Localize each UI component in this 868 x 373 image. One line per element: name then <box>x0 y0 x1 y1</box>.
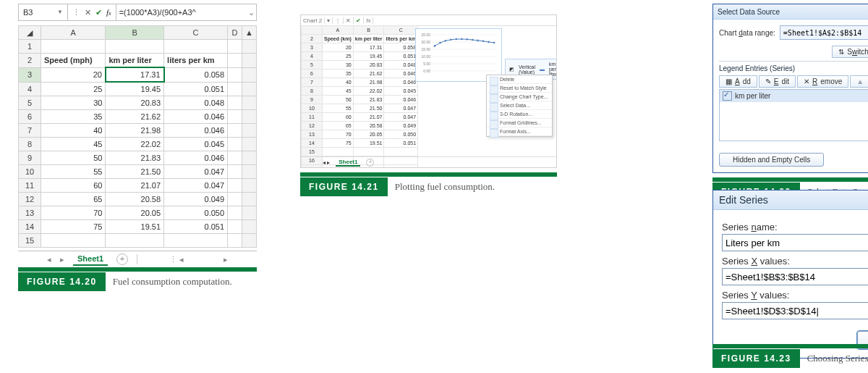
row-header[interactable]: 4 <box>19 82 41 96</box>
row-header[interactable]: 13 <box>19 206 41 220</box>
row-header[interactable]: 11 <box>19 179 41 193</box>
row-header[interactable]: 5 <box>19 96 41 110</box>
menu-item[interactable]: Reset to Match Style <box>487 84 552 93</box>
row-header[interactable]: 14 <box>19 220 41 234</box>
col-header-b[interactable]: B <box>106 26 164 40</box>
row-header[interactable]: 2 <box>19 54 41 68</box>
scroll-right-icon[interactable]: ▸ <box>224 255 228 264</box>
hidden-cells-button[interactable]: Hidden and Empty Cells <box>719 153 824 167</box>
chart-elements-icon[interactable]: ◩ <box>509 67 514 72</box>
menu-item[interactable]: Change Chart Type... <box>487 93 552 101</box>
cell[interactable]: 0.050 <box>164 206 228 220</box>
chart-data-range-input[interactable] <box>780 25 868 40</box>
enter-icon[interactable]: ✔ <box>354 17 364 24</box>
cell[interactable]: 70 <box>41 206 106 220</box>
cell[interactable]: 0.047 <box>164 165 228 179</box>
add-sheet-icon[interactable]: + <box>366 159 374 167</box>
worksheet-grid[interactable]: ABC2Speed (km)km per literliters per km3… <box>301 25 418 168</box>
col-header-a[interactable]: A <box>41 26 106 40</box>
chevron-down-icon[interactable]: ▾ <box>325 17 333 24</box>
cell[interactable]: 20 <box>41 67 106 82</box>
cell[interactable]: 0.048 <box>164 96 228 110</box>
row-header[interactable]: 9 <box>19 151 41 165</box>
row-header[interactable]: 15 <box>19 234 41 248</box>
cell[interactable]: 22.02 <box>106 138 164 151</box>
cell[interactable]: 0.046 <box>164 124 228 138</box>
cell[interactable]: 19.45 <box>106 82 164 96</box>
cell[interactable]: 0.045 <box>164 138 228 151</box>
cell[interactable]: 0.051 <box>164 220 228 234</box>
row-header[interactable]: 8 <box>19 138 41 151</box>
cell[interactable]: 21.98 <box>106 124 164 138</box>
cell[interactable]: 60 <box>41 179 106 193</box>
cell[interactable]: 0.051 <box>164 82 228 96</box>
series-y-input[interactable] <box>722 302 868 319</box>
move-up-button[interactable]: ▲ <box>850 75 868 88</box>
cell[interactable]: 0.047 <box>164 179 228 193</box>
series-name-input[interactable] <box>722 234 868 251</box>
cell[interactable]: liters per km <box>164 54 228 68</box>
cell[interactable]: 17.31 <box>106 67 164 82</box>
cell[interactable]: 20.58 <box>106 193 164 206</box>
row-header[interactable]: 6 <box>19 110 41 124</box>
menu-item[interactable]: Format Gridlines... <box>487 119 552 127</box>
sheet-tab[interactable]: Sheet1 <box>336 159 360 167</box>
enter-icon[interactable]: ✔ <box>95 8 102 17</box>
cell[interactable]: km per liter <box>106 54 164 68</box>
cell[interactable]: 20.83 <box>106 96 164 110</box>
series-listbox[interactable]: km per liter <box>719 89 868 141</box>
cell[interactable]: 75 <box>41 220 106 234</box>
cell[interactable]: 30 <box>41 96 106 110</box>
name-box[interactable]: B3 ▼ <box>19 4 68 20</box>
scroll-left-icon[interactable]: ⋮ ◂ <box>169 255 184 264</box>
menu-item[interactable]: Select Data... <box>487 101 552 110</box>
series-x-input[interactable] <box>722 268 868 285</box>
select-all-cell[interactable]: ◢ <box>19 26 41 40</box>
cell[interactable]: 65 <box>41 193 106 206</box>
tab-nav-next-icon[interactable]: ▸ <box>60 255 64 264</box>
add-series-button[interactable]: ▦ Add <box>719 75 757 88</box>
col-header-c[interactable]: C <box>164 26 228 40</box>
cell[interactable]: 21.83 <box>106 151 164 165</box>
cell[interactable]: 45 <box>41 138 106 151</box>
fx-icon[interactable]: fx <box>364 17 373 24</box>
cancel-icon[interactable]: ✕ <box>85 8 91 17</box>
cell[interactable]: 0.049 <box>164 193 228 206</box>
tab-nav-icon[interactable]: ◂ ▸ <box>323 159 330 166</box>
name-box[interactable]: Chart 2 <box>301 17 325 24</box>
worksheet-grid[interactable]: ◢ A B C D ▲ 1 2 Speed (mph) km per liter… <box>18 25 257 248</box>
menu-item[interactable]: 3-D Rotation... <box>487 110 552 119</box>
add-sheet-icon[interactable]: + <box>116 253 128 265</box>
cell[interactable]: 21.07 <box>106 179 164 193</box>
cell[interactable]: 21.50 <box>106 165 164 179</box>
tab-nav-prev-icon[interactable]: ◂ <box>47 255 51 264</box>
cell[interactable]: 35 <box>41 110 106 124</box>
embedded-chart[interactable]: 25.0020.0015.0010.005.000.00 <box>415 28 502 82</box>
cell[interactable]: 0.046 <box>164 110 228 124</box>
checkbox-icon[interactable] <box>723 91 732 101</box>
cell[interactable]: 19.51 <box>106 220 164 234</box>
row-header[interactable]: 10 <box>19 165 41 179</box>
sheet-tab[interactable]: Sheet1 <box>73 253 108 266</box>
remove-series-button[interactable]: ✕ Remove <box>797 75 848 88</box>
col-header-d[interactable]: D <box>228 26 242 40</box>
cell[interactable]: 25 <box>41 82 106 96</box>
context-menu[interactable]: DeleteReset to Match StyleChange Chart T… <box>486 75 553 137</box>
cell[interactable]: 50 <box>41 151 106 165</box>
cell[interactable]: 55 <box>41 165 106 179</box>
formula-input[interactable]: =(1000*A3)/(900+A3^ <box>116 4 246 20</box>
row-header[interactable]: 7 <box>19 124 41 138</box>
list-item[interactable]: km per liter <box>720 90 868 102</box>
cell[interactable]: 20.05 <box>106 206 164 220</box>
row-header[interactable]: 12 <box>19 193 41 206</box>
chevron-down-icon[interactable]: ▼ <box>57 4 63 20</box>
cell[interactable]: 0.046 <box>164 151 228 165</box>
cell[interactable]: 21.62 <box>106 110 164 124</box>
menu-item[interactable]: Delete <box>487 75 552 84</box>
switch-row-column-button[interactable]: ⇅ Switch Row/Column <box>832 46 868 58</box>
cancel-icon[interactable]: ✕ <box>344 17 354 24</box>
fx-icon[interactable]: fx <box>106 8 111 17</box>
row-header[interactable]: 1 <box>19 40 41 54</box>
cell[interactable]: 0.058 <box>164 67 228 82</box>
cell[interactable]: Speed (mph) <box>41 54 106 68</box>
